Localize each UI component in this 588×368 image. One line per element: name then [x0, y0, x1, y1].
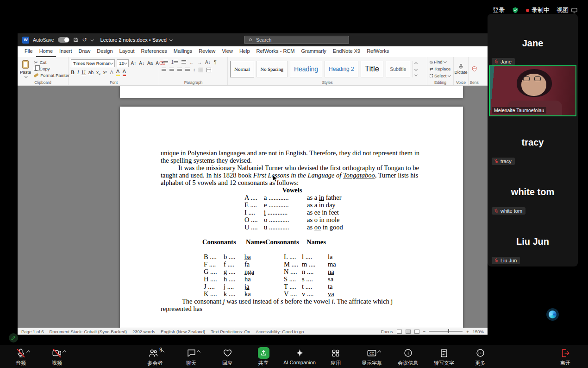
font-size-select[interactable]: 12	[117, 59, 129, 67]
undo-icon[interactable]: ↺	[82, 37, 87, 43]
participant-video-tile[interactable]: Melenaite Taumoefolau	[489, 65, 576, 116]
select-button[interactable]: Select	[430, 73, 451, 78]
chevron-down-icon[interactable]	[90, 38, 94, 41]
dictate-icon[interactable]	[458, 63, 464, 70]
borders-button[interactable]	[206, 68, 211, 72]
document-title[interactable]: Lecture 2 notes.docx • Saved	[100, 37, 172, 43]
style-heading1[interactable]: Heading	[290, 61, 322, 77]
search-input[interactable]: Search	[244, 36, 349, 44]
indent-button[interactable]: →	[197, 60, 202, 65]
chevron-up-icon[interactable]	[377, 350, 381, 354]
replace-button[interactable]: ⇄ Replace	[430, 66, 451, 71]
web-layout-button[interactable]	[414, 330, 419, 334]
align-right-button[interactable]	[177, 68, 182, 72]
word-count[interactable]: 2392 words	[132, 329, 155, 334]
zoom-in-button[interactable]: +	[466, 329, 469, 334]
tab-references[interactable]: References	[138, 46, 170, 57]
tab-mailings[interactable]: Mailings	[170, 46, 195, 57]
tab-refworks-rcm[interactable]: RefWorks - RCM	[253, 46, 298, 57]
sensitivity-shield-icon[interactable]	[471, 66, 477, 72]
shading-button[interactable]	[199, 68, 203, 72]
transcript-button[interactable]: 转写文字	[428, 347, 460, 367]
apps-button[interactable]: 应用	[319, 347, 352, 367]
video-button[interactable]: 视频	[41, 347, 73, 367]
italic-button[interactable]: I	[77, 70, 79, 75]
document-canvas[interactable]: unique in Polynesian languages and are n…	[18, 86, 488, 328]
document-stack-status[interactable]: Document Stack: Cobalt (Sync-Backed)	[50, 329, 127, 334]
tab-layout[interactable]: Layout	[116, 46, 138, 57]
chat-button[interactable]: 聊天	[175, 347, 207, 367]
tab-home[interactable]: Home	[36, 46, 56, 57]
tab-refworks[interactable]: RefWorks	[363, 46, 392, 57]
print-layout-button[interactable]	[406, 330, 411, 334]
share-screen-button[interactable]: 共享	[247, 347, 280, 367]
underline-button[interactable]: U	[82, 70, 86, 75]
style-title[interactable]: Title	[361, 61, 384, 77]
audio-button[interactable]: 音频	[5, 347, 37, 367]
leave-meeting-button[interactable]: 离开	[549, 347, 582, 367]
tab-design[interactable]: Design	[94, 46, 116, 57]
accessibility-status[interactable]: Accessibility: Good to go	[256, 329, 304, 334]
page-indicator[interactable]: Page 1 of 6	[21, 329, 44, 334]
view-button[interactable]: 视图	[557, 6, 578, 14]
sort-button[interactable]: A↓	[205, 60, 211, 65]
strikethrough-button[interactable]: ab	[88, 70, 94, 75]
text-predictions-status[interactable]: Text Predictions: On	[211, 329, 250, 334]
outdent-button[interactable]: ←	[189, 60, 194, 65]
style-normal[interactable]: Normal	[230, 61, 254, 77]
focus-button[interactable]: Focus	[381, 329, 393, 334]
bold-button[interactable]: B	[71, 70, 75, 75]
annotate-pencil-button[interactable]	[9, 333, 18, 343]
zoom-level[interactable]: 150%	[473, 329, 484, 334]
styles-gallery-scroll[interactable]	[413, 61, 419, 77]
shrink-font-button[interactable]: A↓	[138, 61, 145, 66]
language-status[interactable]: English (New Zealand)	[161, 329, 205, 334]
login-button[interactable]: 登录	[493, 6, 505, 14]
read-mode-button[interactable]	[397, 330, 402, 334]
tab-review[interactable]: Review	[195, 46, 219, 57]
style-no-spacing[interactable]: No Spacing	[256, 61, 288, 77]
tab-view[interactable]: View	[219, 46, 236, 57]
multilevel-list-button[interactable]	[181, 60, 186, 64]
zoom-out-button[interactable]: −	[423, 329, 426, 334]
tab-help[interactable]: Help	[236, 46, 253, 57]
copilot-floating-button[interactable]	[546, 308, 559, 321]
save-icon[interactable]	[73, 37, 79, 43]
bullets-button[interactable]: •	[162, 60, 168, 65]
grow-font-button[interactable]: A↑	[131, 61, 137, 66]
meeting-info-button[interactable]: 会议信息	[392, 347, 424, 367]
paste-button[interactable]: Paste	[20, 58, 31, 79]
reactions-button[interactable]: 回应	[211, 347, 244, 367]
line-spacing-button[interactable]: ↕	[193, 67, 195, 72]
captions-button[interactable]: CC 显示字幕	[356, 347, 388, 367]
tab-grammarly[interactable]: Grammarly	[298, 46, 329, 57]
highlight-button[interactable]: A	[116, 69, 120, 76]
tab-file[interactable]: File	[21, 46, 36, 57]
tab-draw[interactable]: Draw	[75, 46, 94, 57]
align-left-button[interactable]	[162, 68, 166, 72]
find-button[interactable]: Find	[430, 59, 451, 64]
zoom-slider[interactable]	[429, 331, 463, 332]
pilcrow-button[interactable]: ¶	[214, 59, 217, 65]
change-case-button[interactable]: Aa	[147, 61, 153, 66]
tab-endnote[interactable]: EndNote X9	[330, 46, 363, 57]
cut-button[interactable]: ✂ Cut	[34, 60, 69, 65]
participants-button[interactable]: 9 参会者	[139, 347, 171, 367]
ai-companion-button[interactable]: AI Companion	[283, 347, 316, 367]
subscript-button[interactable]: x₂	[96, 70, 100, 75]
font-name-select[interactable]: Times New Roman	[71, 59, 115, 67]
style-heading2[interactable]: Heading 2	[325, 61, 358, 77]
align-center-button[interactable]	[169, 68, 174, 72]
text-effects-button[interactable]: A	[110, 70, 113, 75]
numbering-button[interactable]: 1	[171, 60, 179, 65]
format-painter-button[interactable]: Format Painter	[34, 73, 69, 78]
font-color-button[interactable]: A	[123, 69, 126, 76]
more-button[interactable]: 更多	[464, 347, 496, 367]
chevron-up-icon[interactable]	[63, 350, 66, 354]
superscript-button[interactable]: x²	[103, 70, 107, 75]
justify-button[interactable]	[185, 68, 190, 72]
tab-insert[interactable]: Insert	[56, 46, 75, 57]
autosave-toggle[interactable]	[58, 37, 69, 43]
style-subtitle[interactable]: Subtitle	[386, 61, 410, 77]
chevron-up-icon[interactable]	[197, 350, 200, 354]
